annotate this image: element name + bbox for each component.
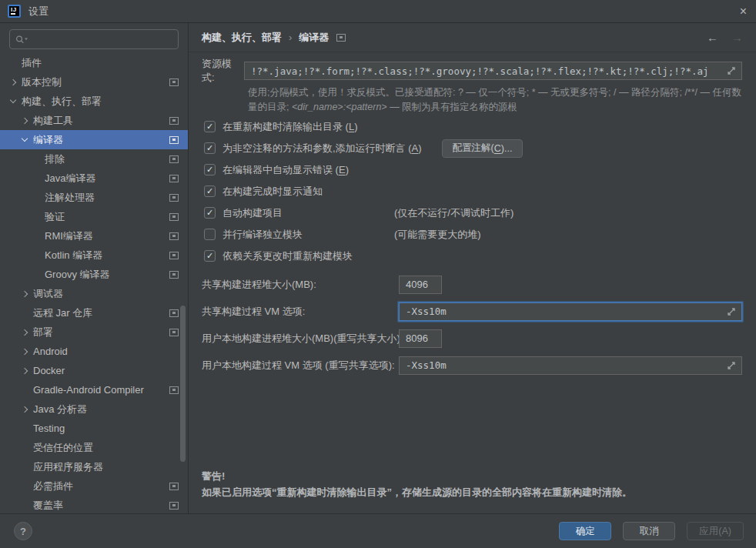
sidebar-item-label: 应用程序服务器 (33, 460, 103, 474)
sidebar-item-label: 插件 (22, 56, 42, 70)
user-heap-size-field-value: 8096 (406, 332, 428, 344)
sidebar-item[interactable]: Gradle-Android Compiler (0, 380, 188, 399)
sidebar-item[interactable]: Testing (0, 419, 188, 438)
sidebar-item[interactable]: 必需插件 (0, 476, 188, 496)
chevron-right-icon[interactable] (10, 79, 16, 85)
sidebar-item-label: Docker (33, 365, 65, 376)
cancel-button[interactable]: 取消 (623, 522, 675, 540)
expand-icon[interactable] (727, 307, 736, 316)
user-vm-options-field-label: 用户本地构建过程 VM 选项 (重写共享选项): (202, 359, 395, 373)
checkbox-checked[interactable]: ✓ (204, 185, 216, 197)
shared-heap-size-field[interactable]: 4096 (399, 276, 442, 294)
breadcrumb-separator-icon: › (289, 32, 292, 43)
panel-icon (169, 329, 179, 336)
sidebar-item-label: Java 分析器 (33, 403, 87, 416)
breadcrumb: 构建、执行、部署 › 编译器 ← → (189, 23, 756, 52)
search-input[interactable] (9, 29, 179, 49)
chevron-right-icon[interactable] (22, 367, 28, 373)
sidebar-item-label: 排除 (45, 152, 65, 166)
sidebar-item-label: 注解处理器 (45, 191, 95, 205)
sidebar-item[interactable]: 远程 Jar 仓库 (0, 303, 188, 322)
sidebar-item[interactable]: 构建、执行、部署 (0, 92, 188, 111)
title-bar: IJ 设置 × (0, 0, 756, 23)
shared-vm-options-field[interactable]: -Xss10m (399, 302, 742, 321)
chevron-down-icon[interactable] (10, 97, 16, 103)
expand-icon[interactable] (727, 361, 736, 370)
breadcrumb-item[interactable]: 构建、执行、部署 (202, 31, 282, 45)
sidebar-item[interactable]: Docker (0, 361, 188, 380)
panel-icon[interactable] (336, 34, 346, 42)
ok-button[interactable]: 确定 (559, 522, 611, 540)
back-arrow-icon[interactable]: ← (707, 31, 718, 44)
sidebar-item[interactable]: Groovy 编译器 (0, 265, 188, 284)
checkbox-checked[interactable]: ✓ (204, 207, 216, 219)
sidebar-item[interactable]: 调试器 (0, 284, 188, 303)
search-icon (15, 35, 28, 45)
sidebar-item-label: Java编译器 (45, 172, 95, 185)
resource-patterns-input[interactable]: !?*.java;!?*.form;!?*.class;!?*.groovy;!… (244, 62, 742, 80)
sidebar-item[interactable]: 版本控制 (0, 72, 188, 92)
chevron-right-icon[interactable] (22, 329, 28, 335)
sidebar-item-label: RMI编译器 (45, 229, 93, 243)
checkbox-row: ✓在构建完成时显示通知 (202, 181, 742, 202)
compiler-form: 资源模式: !?*.java;!?*.form;!?*.class;!?*.gr… (189, 52, 756, 513)
sidebar-item[interactable]: RMI编译器 (0, 226, 188, 246)
user-vm-options-field[interactable]: -Xss10m (399, 356, 742, 375)
panel-icon (169, 309, 179, 317)
forward-arrow-icon: → (731, 31, 743, 44)
checkbox-checked[interactable]: ✓ (204, 250, 216, 262)
chevron-right-icon[interactable] (22, 348, 28, 354)
checkbox-unchecked[interactable] (204, 229, 216, 240)
sidebar-item[interactable]: 应用程序服务器 (0, 457, 188, 476)
sidebar-item[interactable]: Kotlin 编译器 (0, 246, 188, 265)
chevron-down-icon[interactable] (22, 135, 28, 142)
sidebar-item[interactable]: 构建工具 (0, 111, 188, 130)
sidebar-item[interactable]: 插件 (0, 53, 188, 72)
checkbox-label: 在编辑器中自动显示错误 (E) (222, 163, 349, 177)
sidebar-item[interactable]: 排除 (0, 149, 188, 169)
user-heap-size-field[interactable]: 8096 (399, 329, 442, 348)
panel-icon (169, 232, 179, 240)
sidebar-item-label: Testing (33, 423, 65, 434)
sidebar-item[interactable]: 覆盖率 (0, 496, 188, 513)
configure-annotations-button[interactable]: 配置注解(C)... (442, 139, 524, 158)
sidebar-item[interactable]: Java编译器 (0, 169, 188, 188)
chevron-right-icon[interactable] (22, 406, 28, 412)
sidebar-item-label: Gradle-Android Compiler (33, 384, 144, 396)
checkbox-checked[interactable]: ✓ (204, 121, 216, 132)
chevron-right-icon[interactable] (22, 290, 28, 296)
close-icon[interactable]: × (740, 5, 747, 18)
checkbox-section: ✓在重新构建时清除输出目录 (L)✓为非空注释的方法和参数,添加运行时断言 (A… (202, 116, 742, 267)
shared-heap-size-field-value: 4096 (406, 279, 428, 290)
checkbox-label: 自动构建项目 (222, 206, 283, 220)
expand-icon[interactable] (727, 66, 736, 75)
checkbox-row: ✓自动构建项目(仅在不运行/不调试时工作) (202, 202, 742, 224)
checkbox-checked[interactable]: ✓ (204, 164, 216, 175)
sidebar-item[interactable]: 验证 (0, 207, 188, 226)
sidebar-item-label: 构建工具 (33, 114, 73, 128)
checkbox-checked[interactable]: ✓ (204, 142, 216, 154)
sidebar-item[interactable]: 注解处理器 (0, 188, 188, 207)
sidebar-item[interactable]: 受信任的位置 (0, 438, 188, 457)
panel-icon (169, 271, 179, 279)
help-icon[interactable]: ? (14, 522, 32, 540)
chevron-right-icon[interactable] (22, 117, 28, 123)
sidebar-item[interactable]: Android (0, 342, 188, 361)
checkbox-label: 并行编译独立模块 (222, 228, 303, 242)
warning-title: 警告! (202, 469, 742, 485)
checkbox-label: 依赖关系更改时重新构建模块 (222, 249, 353, 263)
settings-tree: 插件版本控制构建、执行、部署构建工具编译器排除Java编译器注解处理器验证RMI… (0, 53, 188, 513)
sidebar-item[interactable]: 编译器 (0, 130, 188, 149)
apply-button: 应用(A) (687, 522, 744, 540)
panel-icon (169, 213, 179, 221)
breadcrumb-item[interactable]: 编译器 (299, 31, 329, 45)
checkbox-row: ✓在重新构建时清除输出目录 (L) (202, 116, 742, 138)
sidebar-item-label: Kotlin 编译器 (45, 249, 102, 262)
sidebar-item-label: 远程 Jar 仓库 (33, 306, 92, 320)
sidebar-item[interactable]: Java 分析器 (0, 399, 188, 419)
sidebar-item[interactable]: 部署 (0, 322, 188, 342)
checkbox-row: ✓为非空注释的方法和参数,添加运行时断言 (A)配置注解(C)... (202, 138, 742, 159)
field-section: 共享构建进程堆大小(MB):4096共享构建过程 VM 选项:-Xss10m用户… (202, 267, 742, 375)
sidebar-scrollbar[interactable] (180, 306, 186, 462)
footer-bar: ? 确定 取消 应用(A) (0, 513, 756, 548)
